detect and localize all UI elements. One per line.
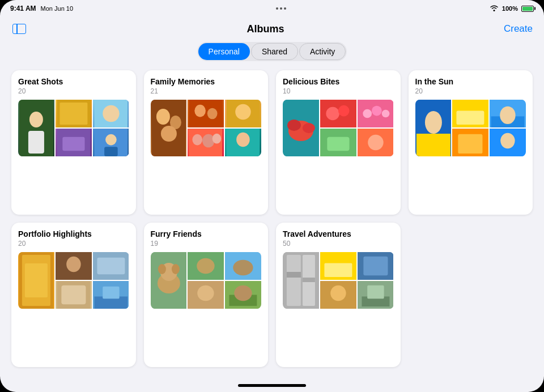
svg-rect-44 — [416, 134, 450, 156]
album-count-delicious-bites: 10 — [283, 87, 394, 95]
home-bar[interactable] — [238, 384, 306, 387]
album-photo-main — [151, 100, 187, 156]
svg-point-36 — [363, 109, 372, 118]
album-title-family-memories: Family Memories — [151, 77, 262, 86]
album-photo-5 — [225, 281, 261, 309]
svg-point-50 — [500, 106, 515, 124]
svg-rect-89 — [363, 257, 388, 275]
svg-point-7 — [103, 105, 119, 122]
album-title-great-shots: Great Shots — [18, 77, 129, 86]
svg-point-70 — [158, 264, 165, 274]
nav-bar: Albums Create — [0, 17, 544, 39]
svg-point-91 — [330, 286, 346, 301]
svg-rect-52 — [458, 134, 483, 154]
svg-point-45 — [424, 111, 441, 134]
home-indicator — [0, 378, 544, 392]
status-center-dots — [276, 7, 286, 10]
svg-point-37 — [372, 106, 382, 116]
album-photo-4 — [320, 129, 356, 156]
tab-personal[interactable]: Personal — [198, 43, 250, 60]
album-photo-3 — [358, 100, 394, 127]
status-time: 9:41 AM — [10, 5, 36, 12]
svg-point-77 — [198, 286, 214, 301]
svg-rect-57 — [25, 263, 48, 297]
svg-point-23 — [193, 134, 203, 146]
album-photo-main — [151, 252, 187, 309]
album-photo-4 — [56, 281, 92, 309]
svg-rect-47 — [457, 111, 484, 125]
album-photo-2 — [188, 252, 224, 280]
album-photos-furry-friends — [151, 252, 262, 309]
album-photo-main — [18, 252, 54, 309]
svg-rect-63 — [61, 286, 86, 304]
svg-rect-12 — [104, 147, 118, 156]
svg-point-80 — [234, 286, 252, 301]
album-count-travel-adventures: 50 — [283, 240, 394, 248]
album-photo-2 — [452, 100, 488, 127]
album-photos-portfolio-highlights — [18, 252, 129, 309]
svg-point-18 — [195, 105, 206, 117]
album-photos-travel-adventures — [283, 252, 394, 309]
status-bar: 9:41 AM Mon Jun 10 100% — [0, 0, 544, 17]
album-photos-delicious-bites — [283, 100, 394, 156]
svg-point-19 — [207, 108, 218, 120]
album-photos-in-the-sun — [415, 100, 526, 156]
album-photo-main — [283, 252, 319, 309]
tab-activity[interactable]: Activity — [299, 43, 346, 60]
album-card-portfolio-highlights[interactable]: Portfolio Highlights 20 — [11, 223, 136, 367]
tab-shared[interactable]: Shared — [251, 43, 298, 60]
segment-wrapper: Personal Shared Activity — [197, 42, 347, 61]
album-photo-4 — [56, 129, 92, 156]
album-photo-5 — [358, 129, 394, 156]
svg-point-25 — [212, 134, 222, 144]
album-photo-4 — [188, 281, 224, 309]
album-count-furry-friends: 19 — [151, 240, 262, 248]
album-photo-2 — [188, 100, 224, 127]
album-card-great-shots[interactable]: Great Shots 20 — [11, 70, 136, 215]
svg-point-38 — [381, 110, 389, 118]
svg-rect-3 — [28, 131, 44, 154]
album-photo-2 — [320, 100, 356, 127]
album-count-in-the-sun: 20 — [415, 87, 526, 95]
svg-point-31 — [303, 123, 315, 133]
album-photo-5 — [93, 281, 129, 309]
svg-point-30 — [287, 120, 301, 131]
album-photo-3 — [358, 252, 394, 280]
svg-point-42 — [368, 135, 383, 150]
svg-point-33 — [326, 107, 339, 121]
album-card-family-memories[interactable]: Family Memories 21 — [144, 70, 269, 215]
album-title-delicious-bites: Delicious Bites — [283, 77, 394, 86]
svg-point-54 — [500, 133, 515, 148]
album-photo-3 — [93, 252, 129, 280]
svg-rect-94 — [367, 286, 384, 299]
svg-point-73 — [197, 258, 215, 274]
svg-point-0 — [493, 10, 495, 11]
svg-point-21 — [235, 104, 250, 120]
album-count-portfolio-highlights: 20 — [18, 240, 129, 248]
album-title-furry-friends: Furry Friends — [151, 229, 262, 238]
album-photo-2 — [56, 252, 92, 280]
svg-point-71 — [171, 264, 179, 274]
album-photo-3 — [225, 252, 261, 280]
album-card-travel-adventures[interactable]: Travel Adventures 50 — [276, 223, 401, 367]
svg-rect-84 — [287, 272, 301, 278]
album-count-family-memories: 21 — [151, 87, 262, 95]
album-card-in-the-sun[interactable]: In the Sun 20 — [409, 70, 533, 215]
tab-bar: Personal Shared Activity — [0, 39, 544, 68]
svg-point-59 — [66, 257, 80, 272]
svg-point-16 — [160, 126, 176, 142]
svg-point-34 — [338, 105, 350, 117]
svg-point-27 — [236, 133, 250, 147]
album-title-travel-adventures: Travel Adventures — [283, 229, 394, 238]
album-card-furry-friends[interactable]: Furry Friends 19 — [144, 223, 269, 367]
album-photos-great-shots — [18, 100, 129, 156]
status-date: Mon Jun 10 — [41, 5, 73, 12]
album-photo-4 — [452, 129, 488, 156]
album-card-delicious-bites[interactable]: Delicious Bites 10 — [276, 70, 401, 215]
sidebar-toggle-button[interactable] — [11, 23, 27, 35]
album-photo-5 — [490, 129, 526, 156]
svg-rect-40 — [327, 137, 349, 151]
create-button[interactable]: Create — [504, 23, 533, 35]
wifi-icon — [490, 5, 499, 12]
svg-rect-85 — [303, 278, 315, 282]
